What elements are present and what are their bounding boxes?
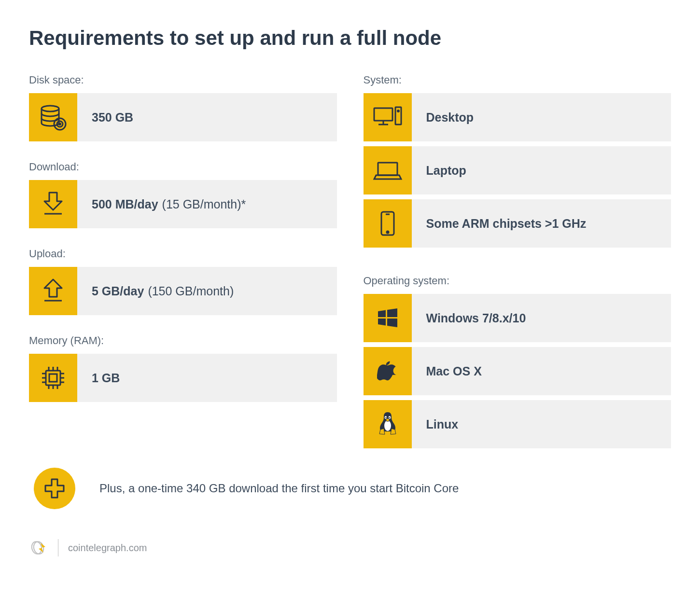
os-linux-value: Linux bbox=[426, 417, 459, 431]
plus-icon bbox=[42, 476, 67, 500]
ram-icon bbox=[39, 364, 67, 392]
svg-point-29 bbox=[384, 420, 391, 431]
download-label: Download: bbox=[29, 161, 337, 173]
disk-space-icon-box bbox=[29, 93, 77, 141]
os-label: Operating system: bbox=[364, 275, 672, 287]
svg-point-32 bbox=[385, 417, 386, 418]
windows-icon bbox=[376, 306, 399, 330]
upload-value: 5 GB/day bbox=[92, 284, 144, 298]
os-mac-value: Mac OS X bbox=[426, 364, 482, 378]
memory-icon-box bbox=[29, 354, 77, 402]
upload-value-box: 5 GB/day (150 GB/month) bbox=[77, 267, 337, 315]
laptop-icon-box bbox=[364, 146, 412, 194]
memory-row: 1 GB bbox=[29, 354, 337, 402]
disk-space-value-box: 350 GB bbox=[77, 93, 337, 141]
download-value-box: 500 MB/day (15 GB/month)* bbox=[77, 180, 337, 228]
download-value: 500 MB/day bbox=[92, 197, 158, 211]
system-desktop-row: Desktop bbox=[364, 93, 672, 141]
upload-row: 5 GB/day (150 GB/month) bbox=[29, 267, 337, 315]
smartphone-icon bbox=[379, 210, 396, 237]
disk-space-value: 350 GB bbox=[92, 111, 133, 125]
right-column: System: Desktop bbox=[364, 74, 672, 453]
left-column: Disk space: 350 GB bbox=[29, 74, 337, 453]
os-windows-text: Windows 7/8.x/10 bbox=[412, 294, 672, 342]
svg-point-28 bbox=[387, 231, 389, 233]
footer: cointelegraph.com bbox=[29, 538, 671, 557]
svg-rect-25 bbox=[378, 163, 397, 175]
linux-icon bbox=[377, 411, 399, 437]
svg-rect-7 bbox=[49, 374, 57, 382]
footer-site: cointelegraph.com bbox=[68, 542, 147, 554]
system-arm-text: Some ARM chipsets >1 GHz bbox=[412, 199, 672, 248]
system-laptop-value: Laptop bbox=[426, 164, 466, 178]
system-desktop-text: Desktop bbox=[412, 93, 672, 141]
os-linux-text: Linux bbox=[412, 400, 672, 448]
footnote-text: Plus, a one-time 340 GB download the fir… bbox=[99, 482, 459, 495]
page-title: Requirements to set up and run a full no… bbox=[29, 27, 671, 50]
system-desktop-value: Desktop bbox=[426, 111, 474, 125]
disk-space-label: Disk space: bbox=[29, 74, 337, 86]
footnote-row: Plus, a one-time 340 GB download the fir… bbox=[29, 468, 671, 509]
svg-point-3 bbox=[59, 124, 61, 125]
system-arm-row: Some ARM chipsets >1 GHz bbox=[364, 199, 672, 248]
memory-label: Memory (RAM): bbox=[29, 334, 337, 347]
system-laptop-text: Laptop bbox=[412, 146, 672, 194]
footer-divider bbox=[58, 539, 58, 556]
plus-circle bbox=[34, 468, 75, 509]
download-icon bbox=[41, 191, 65, 218]
laptop-icon bbox=[373, 160, 402, 181]
system-laptop-row: Laptop bbox=[364, 146, 672, 194]
system-label: System: bbox=[364, 74, 672, 86]
svg-point-24 bbox=[397, 111, 399, 112]
windows-icon-box bbox=[364, 294, 412, 342]
linux-icon-box bbox=[364, 400, 412, 448]
download-note: (15 GB/month)* bbox=[162, 197, 246, 211]
svg-rect-20 bbox=[374, 108, 392, 121]
download-row: 500 MB/day (15 GB/month)* bbox=[29, 180, 337, 228]
cointelegraph-logo-icon bbox=[29, 538, 48, 557]
desktop-icon-box bbox=[364, 93, 412, 141]
os-mac-row: Mac OS X bbox=[364, 347, 672, 395]
apple-icon bbox=[377, 359, 398, 384]
disk-space-row: 350 GB bbox=[29, 93, 337, 141]
memory-value-box: 1 GB bbox=[77, 354, 337, 402]
columns-container: Disk space: 350 GB bbox=[29, 74, 671, 453]
os-windows-value: Windows 7/8.x/10 bbox=[426, 311, 526, 325]
upload-icon-box bbox=[29, 267, 77, 315]
upload-label: Upload: bbox=[29, 248, 337, 260]
database-disk-icon bbox=[39, 103, 68, 132]
svg-rect-6 bbox=[46, 371, 60, 385]
os-linux-row: Linux bbox=[364, 400, 672, 448]
upload-note: (150 GB/month) bbox=[148, 284, 234, 298]
desktop-icon bbox=[372, 105, 403, 129]
mac-icon-box bbox=[364, 347, 412, 395]
footer-logo bbox=[29, 538, 48, 557]
download-icon-box bbox=[29, 180, 77, 228]
svg-point-0 bbox=[42, 106, 59, 111]
phone-icon-box bbox=[364, 199, 412, 248]
os-mac-text: Mac OS X bbox=[412, 347, 672, 395]
upload-icon bbox=[41, 278, 65, 305]
svg-point-33 bbox=[389, 417, 390, 418]
os-windows-row: Windows 7/8.x/10 bbox=[364, 294, 672, 342]
system-arm-value: Some ARM chipsets >1 GHz bbox=[426, 217, 587, 231]
memory-value: 1 GB bbox=[92, 371, 120, 385]
